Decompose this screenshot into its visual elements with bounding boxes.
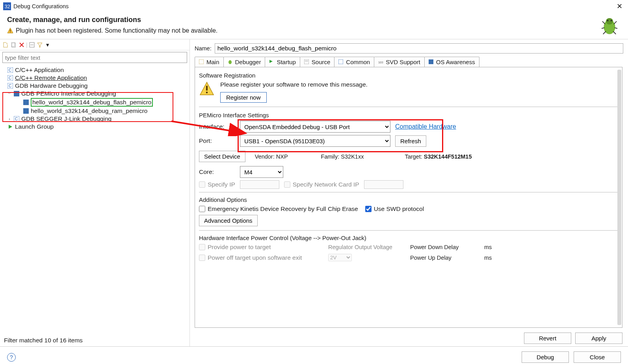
power-control-title: Hardware Interface Power Control (Voltag… [199,235,618,241]
svg-text:C: C [15,117,18,121]
svg-point-38 [229,60,232,64]
svg-marker-24 [37,43,42,47]
revert-button[interactable]: Revert [524,333,571,344]
tab-svd[interactable]: 101SVD Support [374,57,425,67]
tab-bar: Main Debugger Startup Source Common 101S… [190,57,628,67]
svg-line-11 [603,31,606,34]
compatible-hardware-link[interactable]: Compatible Hardware [395,123,456,130]
toolbar-dropdown-icon[interactable]: ▾ [44,41,51,48]
device-row: Select Device Vendor: NXP Family: S32K1x… [199,151,618,162]
ip-row: Specify IP Specify Network Card IP [199,180,618,189]
svg-marker-36 [9,125,12,129]
use-swd-checkbox[interactable]: Use SWD protocol [365,205,424,212]
left-pane: + | ▾ C C/C++ Application C C/C++ Remote… [0,39,190,346]
scrollbar[interactable] [617,70,621,325]
dialog-header: Create, manage, and run configurations P… [0,13,628,39]
svg-marker-39 [269,60,273,63]
delete-config-icon[interactable] [18,41,25,48]
close-button[interactable]: Close [574,351,621,363]
tab-source[interactable]: Source [300,57,335,67]
port-select[interactable]: USB1 - OpenSDA (951D3E03) [240,135,390,147]
tab-startup[interactable]: Startup [265,57,300,67]
specify-nic-checkbox[interactable]: Specify Network Card IP [284,181,359,188]
svg-text:C: C [9,84,11,88]
core-select[interactable]: M4 [240,166,283,178]
chevron-right-icon[interactable]: › [7,116,12,121]
tree-item-gdb-pemicro[interactable]: ﹀ GDB PEMicro Interface Debugging [0,90,190,98]
warning-text: Plugin has not been registered. Some fun… [16,27,217,34]
tree-item-cpp-remote[interactable]: C C/C++ Remote Application [0,74,190,82]
tree-item-pe-flash[interactable]: hello_world_s32k144_debug_flash_pemicro [0,98,190,107]
tree-item-launch-group[interactable]: Launch Group [0,123,190,131]
main-tab-icon [199,59,204,65]
software-reg-box: Please register your software to remove … [199,81,618,103]
svg-rect-42 [338,59,343,64]
select-device-button[interactable]: Select Device [199,151,245,162]
svd-tab-icon: 101 [378,59,384,65]
svg-text:32: 32 [5,4,10,9]
svg-text:C: C [9,76,11,80]
apply-button[interactable]: Apply [575,333,622,344]
register-now-button[interactable]: Register now [220,92,267,103]
target-label: Target: S32K144F512M15 [405,153,472,160]
tab-main[interactable]: Main [195,57,224,67]
content-split: + | ▾ C C/C++ Application C C/C++ Remote… [0,39,628,346]
play-tab-icon [269,59,275,65]
name-label: Name: [195,45,212,52]
new-config-icon[interactable]: + [2,41,9,48]
port-label: Port: [199,137,235,144]
name-row: Name: [190,39,628,57]
bug-icon [598,14,621,37]
tab-common[interactable]: Common [334,57,374,67]
vendor-label: Vendor: NXP [255,153,288,160]
play-icon [7,124,13,130]
close-icon[interactable]: ✕ [614,1,625,12]
tree-item-gdb-segger[interactable]: › C GDB SEGGER J-Link Debugging [0,115,190,123]
tree-item-cpp-app[interactable]: C C/C++ Application [0,66,190,74]
power-off-exit-checkbox[interactable]: Power off target upon software exit [199,254,325,261]
os-tab-icon [429,59,434,65]
app-icon: 32 [3,2,11,10]
svg-rect-33 [23,108,29,114]
duplicate-config-icon[interactable] [10,41,17,48]
warning-triangle-icon [199,81,215,97]
svg-text:101: 101 [378,61,383,64]
debugger-panel: Software Registration Please register yo… [195,67,622,328]
interface-label: Interface: [199,123,235,130]
config-tree[interactable]: C C/C++ Application C C/C++ Remote Appli… [0,65,190,334]
bug-tab-icon [228,59,233,65]
specify-ip-checkbox[interactable]: Specify IP [199,181,235,188]
emergency-recovery-checkbox[interactable]: Emergency Kinetis Device Recovery by Ful… [199,205,358,212]
dialog-title: Create, manage, and run configurations [7,16,621,24]
right-pane: Name: Main Debugger Startup Source Commo… [190,39,628,346]
advanced-options-button[interactable]: Advanced Options [199,215,258,226]
c-remote-icon: C [7,75,13,81]
svg-rect-3 [10,30,11,31]
chevron-down-icon[interactable]: ﹀ [7,91,12,96]
family-label: Family: S32K1xx [321,153,364,160]
svg-rect-44 [429,59,433,64]
power-up-delay-label: Power Up Delay [410,255,481,261]
help-icon[interactable]: ? [7,353,16,362]
core-label: Core: [199,168,235,176]
specify-ip-input [240,180,279,189]
tab-debugger[interactable]: Debugger [223,57,266,67]
debug-button[interactable]: Debug [522,351,569,363]
interface-select[interactable]: OpenSDA Embedded Debug - USB Port [240,121,390,133]
svg-text:+: + [6,42,8,46]
segger-icon: C [13,116,20,122]
tree-item-gdb-hw[interactable]: C GDB Hardware Debugging [0,82,190,90]
refresh-button[interactable]: Refresh [395,135,426,147]
tree-item-pe-ram[interactable]: hello_world_s32k144_debug_ram_pemicro [0,107,190,115]
filter-icon[interactable] [36,41,43,48]
additional-options: Additional Options Emergency Kinetis Dev… [199,192,618,226]
provide-power-checkbox[interactable]: Provide power to target [199,244,325,251]
svg-rect-32 [23,100,29,105]
filter-input[interactable] [2,52,187,63]
power-down-delay-label: Power Down Delay [410,244,481,250]
name-input[interactable] [215,43,623,54]
svg-rect-4 [10,31,11,32]
collapse-all-icon[interactable] [28,41,35,48]
tab-os[interactable]: OS Awareness [424,57,479,67]
revert-apply-row: Revert Apply [190,330,628,346]
